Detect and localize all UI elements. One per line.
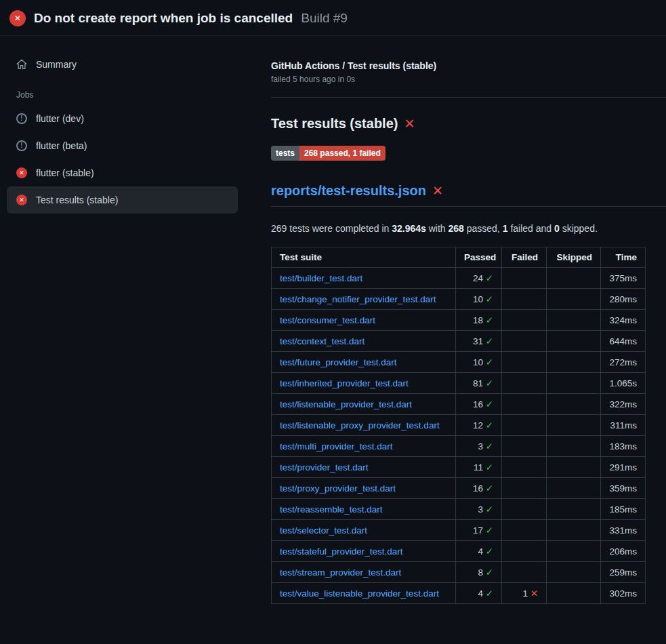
check-icon: ✓: [486, 420, 493, 430]
passed-cell: 3 ✓: [456, 499, 502, 520]
col-header-failed: Failed: [502, 247, 547, 268]
sidebar-item-test-results-stable[interactable]: ✕Test results (stable): [7, 186, 238, 214]
section-title-text: Test results (stable): [271, 116, 398, 132]
passed-cell: 8 ✓: [456, 562, 502, 583]
job-label: Test results (stable): [36, 195, 118, 205]
time-cell: 272ms: [601, 352, 646, 373]
time-cell: 311ms: [601, 415, 646, 436]
check-icon: ✓: [486, 441, 493, 451]
passed-cell: 31 ✓: [456, 331, 502, 352]
suite-link[interactable]: test/change_notifier_provider_test.dart: [280, 294, 436, 304]
x-icon: ✕: [530, 588, 538, 599]
suite-link[interactable]: test/value_listenable_provider_test.dart: [280, 588, 439, 599]
suite-link[interactable]: test/provider_test.dart: [280, 462, 369, 472]
passed-count: 3: [478, 504, 485, 515]
summary-segment: passed,: [464, 223, 503, 234]
jobs-list: !flutter (dev)!flutter (beta)✕flutter (s…: [7, 105, 238, 214]
suite-cell: test/proxy_provider_test.dart: [272, 478, 456, 499]
passed-cell: 18 ✓: [456, 310, 502, 331]
sidebar-item-flutter-dev[interactable]: !flutter (dev): [7, 105, 238, 132]
table-row: test/stream_provider_test.dart8 ✓259ms: [272, 562, 646, 583]
table-row: test/listenable_proxy_provider_test.dart…: [272, 415, 646, 436]
job-label: flutter (dev): [36, 113, 84, 124]
col-header-passed: Passed: [456, 247, 502, 268]
passed-cell: 16 ✓: [456, 478, 502, 499]
check-icon: ✓: [486, 462, 493, 472]
summary-segment: 1: [503, 223, 508, 234]
sidebar-item-flutter-beta[interactable]: !flutter (beta): [7, 132, 238, 159]
suite-cell: test/consumer_test.dart: [272, 310, 456, 331]
failed-cell: [502, 541, 547, 562]
failed-cell: [502, 436, 547, 457]
suite-cell: test/reassemble_test.dart: [272, 499, 456, 520]
report-title: reports/test-results.json ✕: [271, 183, 666, 207]
table-row: test/future_provider_test.dart10 ✓272ms: [272, 352, 646, 373]
check-icon: ✓: [486, 336, 493, 346]
suite-link[interactable]: test/stateful_provider_test.dart: [280, 546, 403, 557]
section-failed-x-icon: ✕: [404, 116, 415, 132]
suite-cell: test/builder_test.dart: [272, 268, 456, 289]
suite-link[interactable]: test/proxy_provider_test.dart: [280, 483, 396, 494]
summary-segment: 269 tests were completed in: [271, 223, 392, 234]
suite-cell: test/change_notifier_provider_test.dart: [272, 289, 456, 310]
check-icon: ✓: [486, 399, 493, 409]
test-results-table: Test suitePassedFailedSkippedTime test/b…: [271, 247, 646, 604]
section-title: Test results (stable) ✕: [271, 116, 666, 132]
suite-link[interactable]: test/consumer_test.dart: [280, 315, 375, 325]
table-row: test/context_test.dart31 ✓644ms: [272, 331, 646, 352]
col-header-skipped: Skipped: [547, 247, 601, 268]
failed-cell: [502, 268, 547, 289]
col-header-test-suite: Test suite: [272, 247, 456, 268]
suite-link[interactable]: test/listenable_provider_test.dart: [280, 399, 412, 409]
suite-link[interactable]: test/listenable_proxy_provider_test.dart: [280, 420, 440, 430]
suite-cell: test/value_listenable_provider_test.dart: [272, 583, 456, 604]
suite-link[interactable]: test/builder_test.dart: [280, 273, 362, 283]
time-cell: 259ms: [601, 562, 646, 583]
suite-link[interactable]: test/future_provider_test.dart: [280, 357, 397, 367]
skipped-cell: [547, 268, 601, 289]
check-icon: ✓: [486, 357, 493, 367]
time-cell: 359ms: [601, 478, 646, 499]
time-cell: 1.065s: [601, 373, 646, 394]
failed-cell: [502, 352, 547, 373]
report-file-link[interactable]: reports/test-results.json: [271, 183, 426, 199]
skipped-cell: [547, 415, 601, 436]
passed-count: 12: [473, 420, 486, 430]
badge-label: tests: [271, 146, 299, 161]
sidebar-item-flutter-stable[interactable]: ✕flutter (stable): [7, 159, 238, 186]
check-icon: ✓: [486, 525, 493, 536]
passed-count: 10: [473, 294, 486, 304]
suite-link[interactable]: test/context_test.dart: [280, 336, 365, 346]
failed-cell: [502, 457, 547, 478]
failed-cell: [502, 415, 547, 436]
passed-cell: 3 ✓: [456, 436, 502, 457]
tests-status-badge: tests 268 passed, 1 failed: [271, 146, 386, 161]
summary-segment: with: [426, 223, 449, 234]
suite-link[interactable]: test/reassemble_test.dart: [280, 504, 383, 515]
suite-link[interactable]: test/multi_provider_test.dart: [280, 441, 393, 451]
time-cell: 331ms: [601, 520, 646, 541]
suite-cell: test/multi_provider_test.dart: [272, 436, 456, 457]
table-row: test/change_notifier_provider_test.dart1…: [272, 289, 646, 310]
suite-link[interactable]: test/inherited_provider_test.dart: [280, 378, 409, 388]
time-cell: 324ms: [601, 310, 646, 331]
table-header-row: Test suitePassedFailedSkippedTime: [272, 247, 646, 268]
skipped-cell: [547, 331, 601, 352]
sidebar-item-summary[interactable]: Summary: [7, 51, 238, 78]
check-icon: ✓: [486, 546, 493, 557]
summary-segment: 32.964s: [392, 223, 426, 234]
suite-link[interactable]: test/selector_test.dart: [280, 525, 367, 536]
suite-cell: test/future_provider_test.dart: [272, 352, 456, 373]
passed-cell: 24 ✓: [456, 268, 502, 289]
suite-link[interactable]: test/stream_provider_test.dart: [280, 567, 401, 578]
passed-count: 8: [478, 567, 485, 578]
failed-cell: [502, 562, 547, 583]
failed-cell: [502, 289, 547, 310]
failed-cell: 1 ✕: [502, 583, 547, 604]
check-icon: ✓: [486, 483, 493, 494]
breadcrumb: GitHub Actions / Test results (stable): [271, 60, 666, 71]
check-icon: ✓: [486, 315, 493, 325]
run-title: Do not create report when job is cancell…: [34, 11, 293, 26]
test-summary-line: 269 tests were completed in 32.964s with…: [271, 223, 666, 234]
col-header-time: Time: [601, 247, 646, 268]
